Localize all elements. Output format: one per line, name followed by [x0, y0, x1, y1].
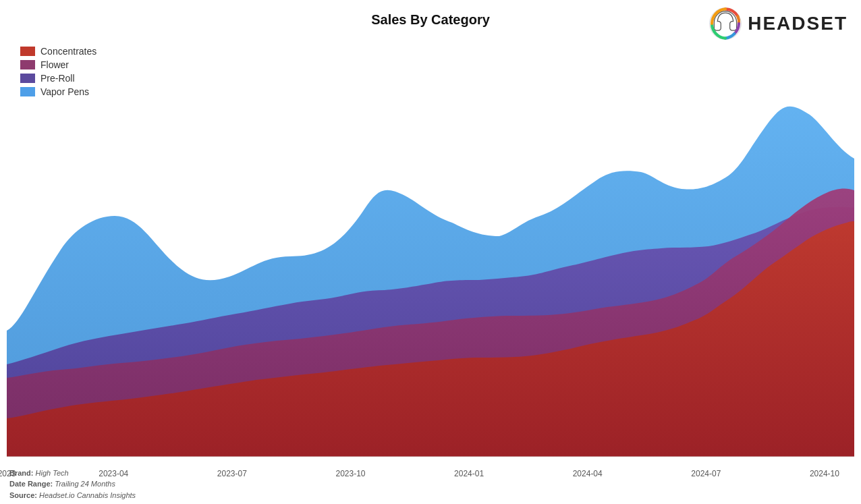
x-label-2024-01: 2024-01 [454, 469, 484, 478]
brand-value: High Tech [36, 469, 69, 477]
area-chart-svg [7, 40, 854, 457]
footer-info: Brand: High Tech Date Range: Trailing 24… [9, 468, 136, 501]
chart-title: Sales By Category [0, 12, 861, 28]
source-value: Headset.io Cannabis Insights [39, 491, 136, 499]
brand-label: Brand: [9, 469, 33, 477]
date-value: Trailing 24 Months [55, 480, 115, 488]
x-label-2024-04: 2024-04 [573, 469, 603, 478]
x-label-2024-10: 2024-10 [810, 469, 839, 478]
source-label: Source: [9, 491, 37, 499]
x-label-2023-07: 2023-07 [217, 469, 247, 478]
chart-container: HEADSET Sales By Category Concentrates F… [0, 0, 861, 504]
date-label: Date Range: [9, 480, 53, 488]
x-label-2023-10: 2023-10 [335, 469, 365, 478]
x-label-2024-07: 2024-07 [691, 469, 721, 478]
chart-area [7, 40, 854, 457]
